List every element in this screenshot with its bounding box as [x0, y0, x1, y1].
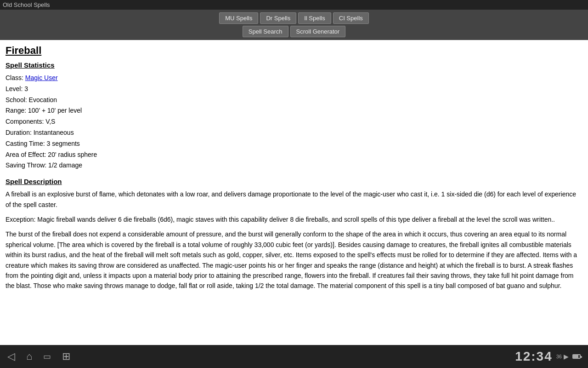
desc-heading: Spell Description — [6, 178, 582, 185]
spell-stats: Class: Magic User Level: 3 School: Evoca… — [6, 73, 582, 171]
spell-school: School: Evocation — [6, 95, 582, 106]
spell-title: Fireball — [6, 45, 582, 57]
nav-bar: MU Spells Dr Spells Il Spells CI Spells … — [0, 10, 588, 40]
main-content: Fireball Spell Statistics Class: Magic U… — [0, 40, 588, 345]
class-label: Class: — [6, 74, 23, 81]
class-value-link[interactable]: Magic User — [25, 74, 58, 81]
bottom-nav-icons: ◁ ⌂ ▭ ⊞ — [7, 351, 70, 362]
bottom-bar: ◁ ⌂ ▭ ⊞ 12:34 36 ▶ — [0, 345, 588, 368]
grid-icon[interactable]: ⊞ — [62, 351, 70, 362]
signal-info: 36 ▶ — [556, 353, 569, 360]
nav-row-1: MU Spells Dr Spells Il Spells CI Spells — [219, 12, 369, 24]
recent-apps-icon[interactable]: ▭ — [43, 351, 51, 362]
status-area: 12:34 36 ▶ — [515, 349, 581, 364]
nav-il-spells[interactable]: Il Spells — [298, 12, 331, 24]
desc-p1: A fireball is an explosive burst of flam… — [6, 189, 582, 210]
battery-fill — [573, 355, 578, 358]
spell-area-of-effect: Area of Effect: 20' radius sphere — [6, 150, 582, 161]
spell-saving-throw: Saving Throw: 1/2 damage — [6, 160, 582, 171]
battery-icon — [572, 354, 581, 359]
nav-spell-search[interactable]: Spell Search — [243, 26, 288, 37]
app-title: Old School Spells — [3, 1, 50, 8]
back-icon[interactable]: ◁ — [7, 351, 15, 362]
title-bar: Old School Spells — [0, 0, 588, 10]
signal-bars-icon: ▶ — [564, 353, 569, 360]
spell-description: A fireball is an explosive burst of flam… — [6, 189, 582, 291]
home-icon[interactable]: ⌂ — [26, 351, 32, 362]
spell-class: Class: Magic User — [6, 73, 582, 84]
nav-row-2: Spell Search Scroll Generator — [243, 26, 345, 37]
desc-p3: The burst of the fireball does not expen… — [6, 229, 582, 291]
nav-dr-spells[interactable]: Dr Spells — [260, 12, 296, 24]
desc-p2: Exception: Magic fireball wands deliver … — [6, 214, 582, 224]
clock: 12:34 — [515, 349, 553, 364]
spell-casting-time: Casting Time: 3 segments — [6, 138, 582, 150]
nav-scroll-generator[interactable]: Scroll Generator — [290, 26, 346, 37]
signal-strength: 36 — [556, 354, 562, 359]
spell-range: Range: 100' + 10' per level — [6, 105, 582, 116]
nav-ci-spells[interactable]: CI Spells — [333, 12, 369, 24]
stats-heading: Spell Statistics — [6, 61, 582, 69]
spell-duration: Duration: Instantaneous — [6, 127, 582, 138]
nav-mu-spells[interactable]: MU Spells — [219, 12, 258, 24]
spell-components: Components: V,S — [6, 116, 582, 127]
spell-level: Level: 3 — [6, 84, 582, 95]
